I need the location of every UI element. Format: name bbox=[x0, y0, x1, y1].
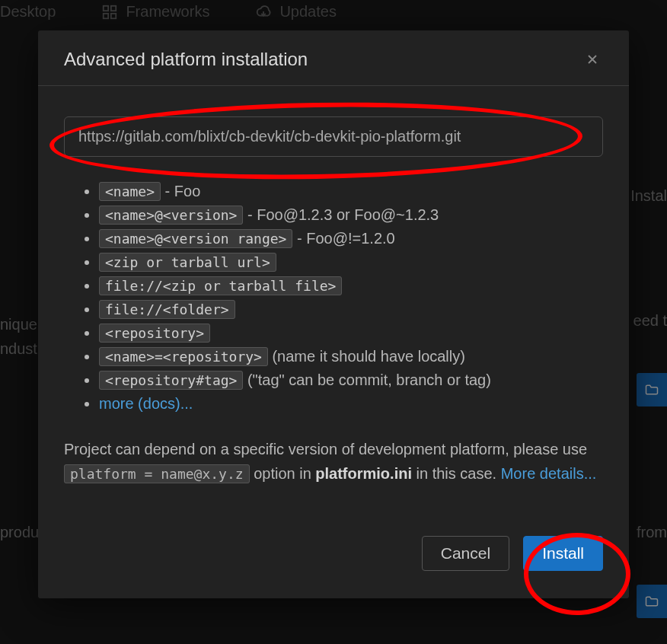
format-suffix: (name it should have locally) bbox=[268, 348, 465, 365]
format-item: <name>=<repository> (name it should have… bbox=[99, 345, 603, 368]
format-item: <zip or tarball url> bbox=[99, 250, 603, 274]
install-button[interactable]: Install bbox=[523, 536, 603, 571]
format-code: <name>=<repository> bbox=[99, 347, 268, 366]
modal-title: Advanced platform installation bbox=[64, 49, 308, 70]
platform-url-input[interactable] bbox=[64, 116, 603, 157]
more-details-link[interactable]: More details... bbox=[501, 465, 597, 482]
format-code: <repository#tag> bbox=[99, 371, 243, 390]
format-help-list: <name> - Foo<name>@<version> - Foo@1.2.3… bbox=[64, 180, 603, 416]
dependency-hint: Project can depend on a specific version… bbox=[64, 437, 603, 486]
format-code: file://<folder> bbox=[99, 300, 235, 319]
close-button[interactable] bbox=[582, 49, 603, 70]
format-code: <name>@<version> bbox=[99, 206, 243, 225]
advanced-install-modal: Advanced platform installation <name> - … bbox=[38, 30, 629, 598]
format-code: <name> bbox=[99, 182, 161, 201]
format-code: file://<zip or tarball file> bbox=[99, 276, 342, 295]
format-item: file://<folder> bbox=[99, 298, 603, 321]
format-suffix: - Foo@1.2.3 or Foo@~1.2.3 bbox=[243, 206, 439, 223]
format-suffix: - Foo@!=1.2.0 bbox=[292, 230, 394, 247]
format-suffix: ("tag" can be commit, branch or tag) bbox=[243, 371, 490, 388]
format-item: <repository> bbox=[99, 321, 603, 345]
format-code: <name>@<version range> bbox=[99, 229, 292, 248]
platform-option-code: platform = name@x.y.z bbox=[64, 464, 250, 483]
close-icon bbox=[585, 52, 600, 67]
format-item: <repository#tag> ("tag" can be commit, b… bbox=[99, 368, 603, 392]
format-suffix: - Foo bbox=[161, 183, 200, 199]
more-docs-link[interactable]: more (docs)... bbox=[99, 395, 193, 412]
format-code: <repository> bbox=[99, 324, 210, 343]
format-code: <zip or tarball url> bbox=[99, 253, 276, 272]
format-item: <name> - Foo bbox=[99, 180, 603, 203]
cancel-button[interactable]: Cancel bbox=[422, 536, 509, 571]
format-item: <name>@<version range> - Foo@!=1.2.0 bbox=[99, 227, 603, 250]
ini-file: platformio.ini bbox=[315, 465, 412, 482]
format-item: <name>@<version> - Foo@1.2.3 or Foo@~1.2… bbox=[99, 203, 603, 227]
format-item: more (docs)... bbox=[99, 392, 603, 416]
format-item: file://<zip or tarball file> bbox=[99, 274, 603, 298]
